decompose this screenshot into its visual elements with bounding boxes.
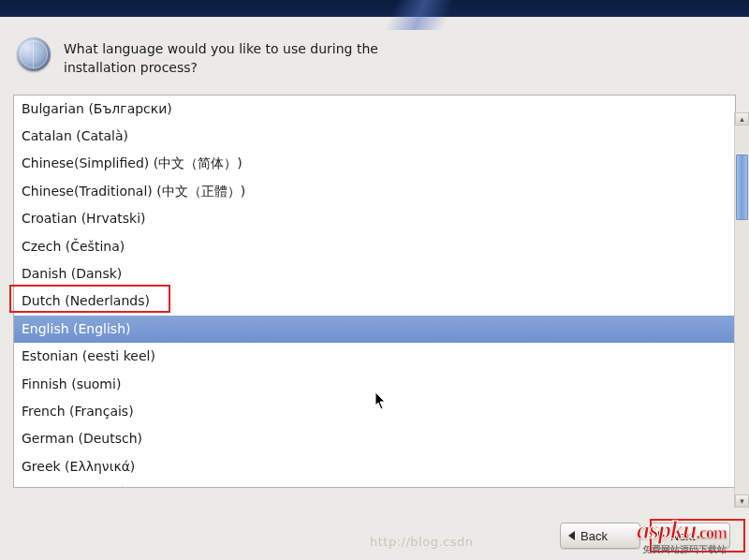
language-option[interactable]: Croatian (Hrvatski) (14, 205, 735, 232)
language-option[interactable]: Danish (Dansk) (14, 260, 735, 287)
arrow-left-icon (568, 531, 575, 540)
prompt-line-2: installation process? (64, 60, 198, 75)
outer-scrollbar[interactable]: ▴ ▾ (734, 112, 749, 508)
scroll-thumb[interactable] (736, 155, 748, 220)
language-option[interactable]: English (English) (14, 316, 735, 343)
arrow-right-icon (658, 531, 665, 540)
language-option[interactable]: Gujarati (ગુજરાતી) (14, 480, 735, 487)
language-option[interactable]: Bulgarian (Български) (14, 96, 735, 123)
prompt-text: What language would you like to use duri… (64, 37, 378, 78)
next-button[interactable]: Next (650, 523, 730, 549)
globe-icon (17, 37, 51, 71)
scroll-down-icon[interactable]: ▾ (735, 494, 749, 508)
language-option[interactable]: Czech (Čeština) (14, 233, 735, 260)
scroll-up-icon[interactable]: ▴ (735, 112, 749, 125)
language-option[interactable]: Chinese(Simplified) (中文（简体）) (14, 150, 735, 177)
language-option[interactable]: German (Deutsch) (14, 425, 735, 452)
button-row: Back Next (560, 523, 730, 549)
language-option[interactable]: Dutch (Nederlands) (14, 287, 735, 315)
language-option[interactable]: Estonian (eesti keel) (14, 343, 735, 370)
language-list[interactable]: Bulgarian (Български)Catalan (Català)Chi… (14, 96, 735, 487)
language-option[interactable]: French (Français) (14, 398, 735, 425)
back-button[interactable]: Back (560, 523, 640, 549)
language-option[interactable]: Catalan (Català) (14, 123, 735, 150)
language-option[interactable]: Greek (Ελληνικά) (14, 453, 735, 480)
language-list-frame: Bulgarian (Български)Catalan (Català)Chi… (13, 95, 736, 488)
language-option[interactable]: Chinese(Traditional) (中文（正體）) (14, 178, 735, 205)
watermark-blog: http://blog.csdn (370, 535, 473, 549)
back-button-label: Back (580, 529, 608, 543)
header-band (0, 0, 749, 17)
language-option[interactable]: Finnish (suomi) (14, 371, 735, 398)
next-button-label: Next (670, 529, 696, 543)
prompt-line-1: What language would you like to use duri… (64, 41, 378, 56)
